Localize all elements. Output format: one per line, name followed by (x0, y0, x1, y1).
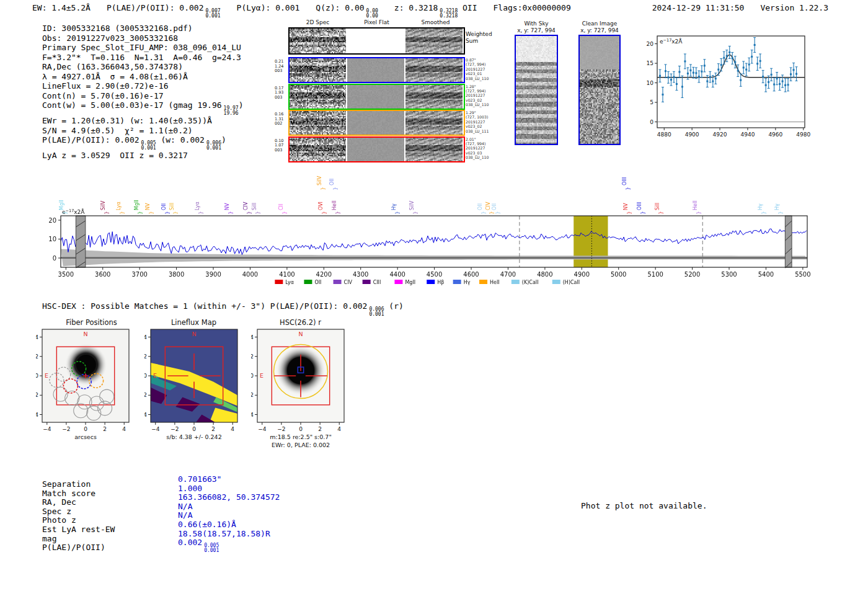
svg-text:0: 0 (144, 373, 147, 379)
with-sky-image-frame (515, 35, 558, 145)
spec2d-row-right-labels: 2.01"(727, 994)20191227v023_03038_LU_110 (466, 137, 489, 160)
svg-text:OII: OII (477, 203, 483, 210)
svg-text:NV: NV (224, 203, 230, 210)
main-spectrum-chart: 3500360037003800390040004100420043004400… (37, 158, 837, 291)
svg-text:{: { (335, 211, 340, 214)
svg-text:20: 20 (647, 41, 654, 47)
with-sky-coords: x, y: 727, 994 (508, 27, 564, 33)
spec2d-col-title-2: Pixel Flat (347, 19, 406, 25)
svg-text:4400: 4400 (389, 271, 405, 278)
svg-text:Hγ: Hγ (774, 203, 780, 210)
svg-text:4300: 4300 (353, 271, 368, 278)
svg-text:4700: 4700 (500, 271, 516, 278)
elixer-report-page: { "header": { "ew": "EW: 1.4±5.2Å", "pla… (0, 0, 868, 591)
svg-text:4500: 4500 (427, 271, 442, 278)
svg-text:{: { (332, 187, 338, 190)
svg-text:5: 5 (650, 99, 653, 105)
svg-text:4960: 4960 (768, 131, 782, 138)
svg-text:0: 0 (650, 119, 653, 125)
svg-text:4920: 4920 (713, 131, 727, 138)
svg-text:OII: OII (329, 179, 335, 185)
svg-text:2: 2 (36, 353, 38, 360)
svg-text:Hβ: Hβ (437, 280, 444, 285)
svg-text:0: 0 (251, 373, 254, 379)
z-value: z: 0.32180.32180.3218 OII (394, 3, 477, 19)
svg-text:−2: −2 (144, 392, 147, 398)
svg-text:−2: −2 (170, 426, 179, 432)
svg-text:CIII: CIII (373, 280, 381, 285)
svg-text:4980: 4980 (796, 131, 810, 138)
report-version: Version 1.22.3 (760, 3, 828, 12)
svg-text:{: { (412, 211, 418, 214)
svg-text:{: { (640, 211, 645, 214)
svg-text:{: { (626, 211, 632, 214)
svg-text:OIII: OIII (622, 177, 627, 185)
svg-text:{: { (658, 211, 663, 214)
svg-text:2: 2 (144, 353, 147, 360)
svg-text:Lyα: Lyα (285, 280, 294, 285)
svg-text:MgII: MgII (134, 200, 140, 210)
svg-text:4940: 4940 (740, 131, 755, 138)
svg-text:SiII: SiII (655, 203, 660, 210)
svg-text:15: 15 (647, 60, 653, 66)
svg-text:3600: 3600 (95, 271, 110, 278)
svg-text:4: 4 (36, 334, 38, 340)
svg-text:arcsecs: arcsecs (74, 433, 97, 440)
svg-text:0: 0 (53, 255, 56, 262)
svg-text:{: { (104, 211, 109, 214)
svg-text:4100: 4100 (279, 271, 294, 278)
svg-text:{: { (320, 187, 326, 190)
svg-text:−2: −2 (277, 426, 285, 432)
svg-text:Hγ: Hγ (464, 280, 471, 285)
svg-text:{: { (62, 211, 68, 214)
svg-text:E: E (260, 372, 264, 379)
svg-text:20: 20 (48, 217, 56, 224)
svg-text:4000: 4000 (242, 271, 258, 278)
svg-text:{: { (495, 211, 500, 214)
svg-text:3700: 3700 (131, 271, 147, 278)
svg-text:SiIV: SiIV (317, 176, 322, 185)
zoom-spectrum-chart: 05101520488049004920494049604980e−17x2Å (645, 30, 813, 145)
svg-text:{: { (148, 211, 154, 214)
svg-text:−4: −4 (43, 426, 51, 432)
svg-text:−4: −4 (258, 426, 267, 432)
spec2d-row-left-labels: 0.101.07003 (275, 139, 287, 153)
svg-text:SiII: SiII (252, 203, 257, 210)
qz-value: Q(z): 0.000.000.00 (316, 3, 378, 19)
svg-text:−4: −4 (144, 412, 147, 418)
svg-text:2: 2 (211, 426, 215, 432)
svg-text:Lyα: Lyα (195, 202, 200, 210)
svg-text:E: E (153, 372, 157, 379)
svg-text:4600: 4600 (463, 271, 479, 278)
svg-text:s/b: 4.38 +/- 0.242: s/b: 4.38 +/- 0.242 (166, 433, 221, 440)
svg-text:5500: 5500 (795, 271, 810, 278)
svg-text:3500: 3500 (58, 271, 74, 278)
svg-text:N: N (298, 331, 303, 337)
svg-text:{: { (164, 211, 170, 214)
svg-text:{: { (480, 211, 486, 214)
clean-image (580, 36, 619, 144)
svg-text:OII: OII (161, 203, 167, 210)
svg-text:SiIV: SiIV (409, 200, 415, 210)
spec2d-row-right-labels: 1.28"(727, 994)20191227v023_02038_LU_110 (466, 84, 489, 107)
svg-text:OIII: OIII (637, 202, 642, 210)
spec2d-row (288, 110, 465, 136)
ew-value: EW: 1.4±5.2Å (32, 3, 91, 19)
svg-text:MgII: MgII (405, 280, 415, 285)
svg-text:{: { (321, 211, 327, 214)
svg-text:−4: −4 (151, 426, 160, 432)
svg-text:5400: 5400 (758, 271, 774, 278)
svg-text:{: { (119, 211, 125, 214)
svg-text:Hγ: Hγ (391, 203, 397, 210)
svg-text:4: 4 (122, 426, 126, 432)
svg-text:0: 0 (36, 373, 38, 379)
svg-text:N: N (192, 331, 196, 337)
svg-text:−4: −4 (36, 412, 38, 418)
lineflux-map-chart: −4−4−2−2002244s/b: 4.38 +/- 0.242NE (144, 325, 249, 449)
svg-text:4800: 4800 (537, 271, 552, 278)
svg-text:HeII: HeII (693, 200, 698, 210)
svg-text:−2: −2 (251, 392, 254, 398)
weighted-sum-label: Weighted Sum (466, 31, 497, 44)
svg-text:4: 4 (337, 426, 341, 432)
match-table-values: 0.701663"1.000163.366082, 50.374572N/AN/… (178, 475, 280, 553)
